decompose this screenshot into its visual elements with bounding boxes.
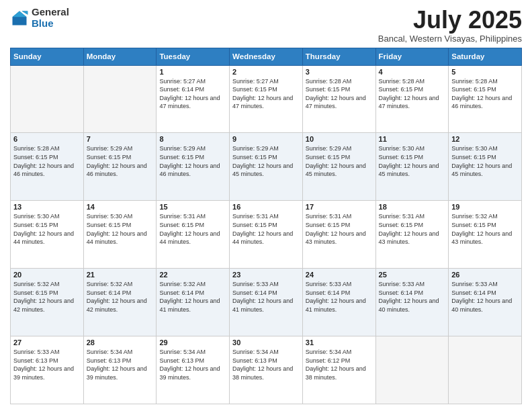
calendar-cell: 5Sunrise: 5:28 AMSunset: 6:15 PMDaylight… <box>449 65 522 133</box>
title-block: July 2025 Bancal, Western Visayas, Phili… <box>378 7 522 44</box>
day-detail: Sunrise: 5:29 AMSunset: 6:15 PMDaylight:… <box>232 144 300 178</box>
calendar-cell: 14Sunrise: 5:30 AMSunset: 6:15 PMDayligh… <box>83 201 157 269</box>
calendar-cell: 11Sunrise: 5:30 AMSunset: 6:15 PMDayligh… <box>375 133 449 201</box>
calendar-table: SundayMondayTuesdayWednesdayThursdayFrid… <box>10 48 522 404</box>
day-number: 3 <box>306 68 373 76</box>
logo-icon <box>10 9 29 28</box>
day-number: 29 <box>159 338 226 347</box>
calendar-cell: 4Sunrise: 5:28 AMSunset: 6:15 PMDaylight… <box>375 65 449 133</box>
day-detail: Sunrise: 5:34 AMSunset: 6:13 PMDaylight:… <box>159 348 226 381</box>
day-detail: Sunrise: 5:28 AMSunset: 6:15 PMDaylight:… <box>13 144 81 178</box>
day-detail: Sunrise: 5:31 AMSunset: 6:15 PMDaylight:… <box>306 212 373 246</box>
calendar-cell <box>83 65 157 133</box>
day-number: 25 <box>379 271 446 279</box>
calendar-cell: 19Sunrise: 5:32 AMSunset: 6:15 PMDayligh… <box>449 201 522 269</box>
day-detail: Sunrise: 5:33 AMSunset: 6:14 PMDaylight:… <box>232 280 300 314</box>
day-detail: Sunrise: 5:31 AMSunset: 6:15 PMDaylight:… <box>159 212 226 246</box>
day-number: 16 <box>232 203 300 211</box>
calendar-cell: 30Sunrise: 5:34 AMSunset: 6:13 PMDayligh… <box>230 336 303 404</box>
calendar-cell: 9Sunrise: 5:29 AMSunset: 6:15 PMDaylight… <box>230 133 303 201</box>
location-subtitle: Bancal, Western Visayas, Philippines <box>378 34 522 44</box>
day-detail: Sunrise: 5:30 AMSunset: 6:15 PMDaylight:… <box>451 144 519 178</box>
day-number: 1 <box>159 68 226 76</box>
logo-general: General <box>32 6 69 17</box>
calendar-cell <box>11 65 84 133</box>
day-of-week-header: Monday <box>83 48 157 65</box>
calendar-cell: 27Sunrise: 5:33 AMSunset: 6:13 PMDayligh… <box>11 336 84 404</box>
calendar-cell: 2Sunrise: 5:27 AMSunset: 6:15 PMDaylight… <box>230 65 303 133</box>
day-detail: Sunrise: 5:32 AMSunset: 6:15 PMDaylight:… <box>451 212 519 246</box>
day-number: 17 <box>306 203 373 211</box>
calendar-cell: 23Sunrise: 5:33 AMSunset: 6:14 PMDayligh… <box>230 269 303 336</box>
calendar-cell: 17Sunrise: 5:31 AMSunset: 6:15 PMDayligh… <box>302 201 375 269</box>
day-detail: Sunrise: 5:27 AMSunset: 6:14 PMDaylight:… <box>159 77 226 111</box>
calendar-cell: 29Sunrise: 5:34 AMSunset: 6:13 PMDayligh… <box>157 336 230 404</box>
calendar-cell: 13Sunrise: 5:30 AMSunset: 6:15 PMDayligh… <box>11 201 84 269</box>
calendar-cell: 26Sunrise: 5:33 AMSunset: 6:14 PMDayligh… <box>449 269 522 336</box>
month-title: July 2025 <box>378 7 522 34</box>
day-number: 15 <box>159 203 226 211</box>
day-detail: Sunrise: 5:34 AMSunset: 6:12 PMDaylight:… <box>306 348 373 381</box>
day-detail: Sunrise: 5:34 AMSunset: 6:13 PMDaylight:… <box>87 348 154 381</box>
day-number: 30 <box>232 338 300 347</box>
day-number: 28 <box>87 338 154 347</box>
logo: General Blue <box>10 7 69 29</box>
day-number: 13 <box>13 203 81 211</box>
day-detail: Sunrise: 5:32 AMSunset: 6:14 PMDaylight:… <box>87 280 154 314</box>
calendar-cell: 25Sunrise: 5:33 AMSunset: 6:14 PMDayligh… <box>375 269 449 336</box>
calendar-cell: 12Sunrise: 5:30 AMSunset: 6:15 PMDayligh… <box>449 133 522 201</box>
day-number: 7 <box>87 135 154 143</box>
calendar-week-row: 6Sunrise: 5:28 AMSunset: 6:15 PMDaylight… <box>11 133 522 201</box>
day-detail: Sunrise: 5:27 AMSunset: 6:15 PMDaylight:… <box>232 77 300 111</box>
day-of-week-header: Tuesday <box>157 48 230 65</box>
day-detail: Sunrise: 5:34 AMSunset: 6:13 PMDaylight:… <box>232 348 300 381</box>
day-number: 24 <box>306 271 373 279</box>
logo-blue: Blue <box>32 17 54 29</box>
calendar-week-row: 13Sunrise: 5:30 AMSunset: 6:15 PMDayligh… <box>11 201 522 269</box>
day-number: 8 <box>159 135 226 143</box>
day-number: 12 <box>451 135 519 143</box>
calendar-week-row: 1Sunrise: 5:27 AMSunset: 6:14 PMDaylight… <box>11 65 522 133</box>
day-number: 10 <box>306 135 373 143</box>
day-detail: Sunrise: 5:33 AMSunset: 6:14 PMDaylight:… <box>379 280 446 314</box>
day-detail: Sunrise: 5:30 AMSunset: 6:15 PMDaylight:… <box>379 144 446 178</box>
header: General Blue July 2025 Bancal, Western V… <box>10 7 522 44</box>
day-number: 2 <box>232 68 300 76</box>
day-number: 19 <box>451 203 519 211</box>
day-detail: Sunrise: 5:28 AMSunset: 6:15 PMDaylight:… <box>451 77 519 111</box>
day-detail: Sunrise: 5:30 AMSunset: 6:15 PMDaylight:… <box>13 212 81 246</box>
day-number: 9 <box>232 135 300 143</box>
day-number: 6 <box>13 135 81 143</box>
calendar-cell: 7Sunrise: 5:29 AMSunset: 6:15 PMDaylight… <box>83 133 157 201</box>
calendar-cell: 18Sunrise: 5:31 AMSunset: 6:15 PMDayligh… <box>375 201 449 269</box>
calendar-cell: 31Sunrise: 5:34 AMSunset: 6:12 PMDayligh… <box>302 336 375 404</box>
calendar-header-row: SundayMondayTuesdayWednesdayThursdayFrid… <box>11 48 522 65</box>
calendar-cell: 21Sunrise: 5:32 AMSunset: 6:14 PMDayligh… <box>83 269 157 336</box>
day-of-week-header: Wednesday <box>230 48 303 65</box>
calendar-cell: 24Sunrise: 5:33 AMSunset: 6:14 PMDayligh… <box>302 269 375 336</box>
day-number: 31 <box>306 338 373 347</box>
day-number: 26 <box>451 271 519 279</box>
calendar-cell: 1Sunrise: 5:27 AMSunset: 6:14 PMDaylight… <box>157 65 230 133</box>
day-detail: Sunrise: 5:28 AMSunset: 6:15 PMDaylight:… <box>306 77 373 111</box>
day-detail: Sunrise: 5:29 AMSunset: 6:15 PMDaylight:… <box>87 144 154 178</box>
calendar-cell: 15Sunrise: 5:31 AMSunset: 6:15 PMDayligh… <box>157 201 230 269</box>
day-number: 5 <box>451 68 519 76</box>
calendar-cell: 6Sunrise: 5:28 AMSunset: 6:15 PMDaylight… <box>11 133 84 201</box>
day-detail: Sunrise: 5:32 AMSunset: 6:15 PMDaylight:… <box>13 280 81 314</box>
day-number: 23 <box>232 271 300 279</box>
day-number: 21 <box>87 271 154 279</box>
calendar-cell <box>375 336 449 404</box>
calendar-cell: 22Sunrise: 5:32 AMSunset: 6:14 PMDayligh… <box>157 269 230 336</box>
calendar-cell: 16Sunrise: 5:31 AMSunset: 6:15 PMDayligh… <box>230 201 303 269</box>
day-detail: Sunrise: 5:31 AMSunset: 6:15 PMDaylight:… <box>379 212 446 246</box>
calendar-week-row: 27Sunrise: 5:33 AMSunset: 6:13 PMDayligh… <box>11 336 522 404</box>
logo-text: General Blue <box>32 7 69 29</box>
day-number: 27 <box>13 338 81 347</box>
day-detail: Sunrise: 5:32 AMSunset: 6:14 PMDaylight:… <box>159 280 226 314</box>
day-detail: Sunrise: 5:29 AMSunset: 6:15 PMDaylight:… <box>159 144 226 178</box>
day-detail: Sunrise: 5:28 AMSunset: 6:15 PMDaylight:… <box>379 77 446 111</box>
day-of-week-header: Friday <box>375 48 449 65</box>
day-detail: Sunrise: 5:33 AMSunset: 6:14 PMDaylight:… <box>451 280 519 314</box>
day-detail: Sunrise: 5:33 AMSunset: 6:14 PMDaylight:… <box>306 280 373 314</box>
